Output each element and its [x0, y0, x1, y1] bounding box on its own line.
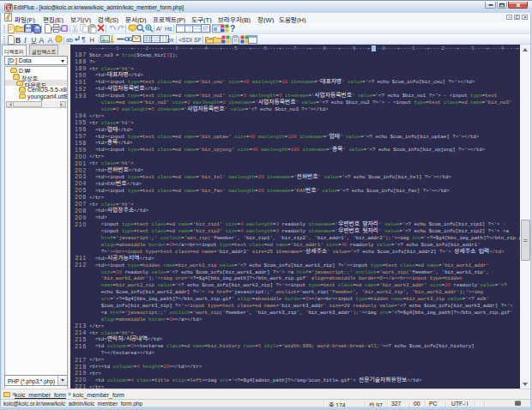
svg-text:Hs: Hs	[165, 26, 172, 32]
svg-text:A: A	[47, 36, 52, 45]
svg-text:DI: DI	[186, 37, 192, 43]
svg-text:?: ?	[230, 24, 235, 33]
svg-text:B: B	[15, 36, 21, 45]
svg-text:ab: ab	[66, 37, 73, 43]
svg-text:SF: SF	[194, 37, 202, 43]
svg-text:<S: <S	[178, 37, 186, 43]
svg-text:H: H	[90, 36, 94, 43]
svg-text:A: A	[39, 36, 45, 45]
svg-text:Aʳ: Aʳ	[156, 25, 162, 33]
svg-text:px: px	[167, 37, 174, 44]
svg-text:U: U	[31, 36, 36, 44]
svg-text:I: I	[23, 36, 27, 45]
svg-text:¶: ¶	[82, 35, 86, 43]
